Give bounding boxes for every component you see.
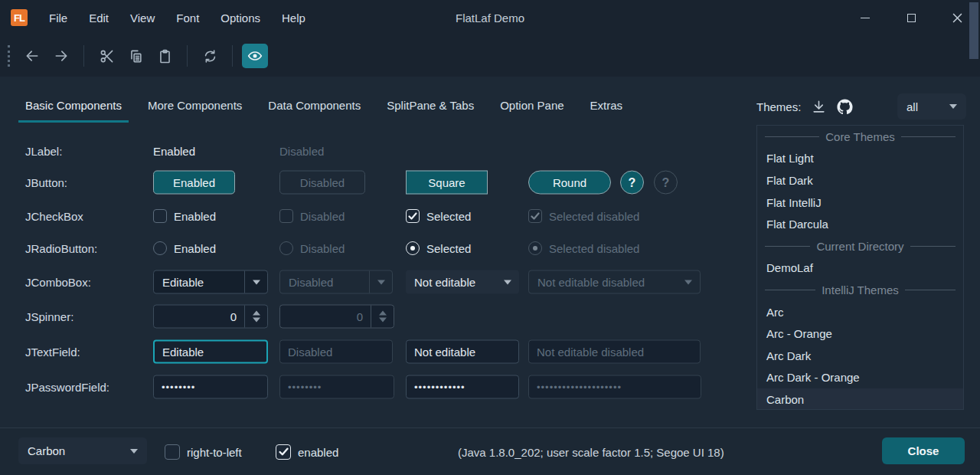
github-link-button[interactable] — [837, 99, 853, 115]
cut-button[interactable] — [93, 44, 119, 68]
forward-button[interactable] — [48, 44, 74, 68]
radio-selected[interactable]: Selected — [406, 241, 471, 255]
chevron-down-icon — [130, 449, 138, 454]
themes-filter-combobox[interactable]: all — [897, 93, 966, 120]
menu-view[interactable]: View — [119, 11, 165, 25]
enabled-checkbox[interactable]: enabled — [276, 428, 338, 475]
theme-item-flat-darcula[interactable]: Flat Darcula — [757, 213, 963, 235]
maximize-button[interactable] — [888, 0, 934, 35]
textfield-editable[interactable] — [153, 340, 268, 364]
theme-item-arc-orange[interactable]: Arc - Orange — [757, 323, 963, 345]
menu-font[interactable]: Font — [165, 11, 210, 25]
tab-data-components[interactable]: Data Components — [261, 99, 368, 123]
themes-list-scrollbar[interactable] — [969, 2, 978, 59]
combobox-not-editable[interactable]: Not editable — [406, 270, 519, 294]
enabled-button[interactable]: Enabled — [153, 171, 235, 195]
checkbox-label: Disabled — [300, 210, 345, 223]
theme-item-flat-dark[interactable]: Flat Dark — [757, 169, 963, 192]
round-button[interactable]: Round — [528, 171, 611, 195]
radio-enabled[interactable]: Enabled — [153, 241, 216, 255]
show-hide-toggle-button[interactable] — [242, 44, 268, 68]
help-button[interactable]: ? — [620, 171, 644, 195]
jtextfield-row: JTextField: — [0, 335, 739, 369]
theme-item-arc-dark-orange[interactable]: Arc Dark - Orange — [757, 367, 963, 389]
themes-list: Core Themes Flat Light Flat Dark Flat In… — [756, 125, 964, 410]
checkbox-checked-icon — [406, 209, 420, 223]
combobox-arrow-button[interactable] — [244, 271, 267, 293]
jpasswordfield-row: JPasswordField: — [0, 370, 739, 404]
maximize-icon — [907, 14, 916, 22]
forward-arrow-icon — [54, 48, 69, 64]
paste-button[interactable] — [152, 44, 178, 68]
menu-edit[interactable]: Edit — [78, 11, 119, 25]
passwordfield-not-editable-disabled — [528, 375, 701, 399]
textfield-not-editable[interactable] — [406, 340, 519, 364]
combobox-value: Disabled — [280, 276, 369, 289]
combobox-arrow-button[interactable] — [496, 270, 519, 294]
status-text: (Java 1.8.0_202; user scale factor 1.5; … — [458, 428, 724, 475]
square-button[interactable]: Square — [406, 171, 488, 195]
checkbox-selected[interactable]: Selected — [406, 209, 471, 223]
chevron-down-icon — [253, 280, 260, 284]
component-tabs: Basic Components More Components Data Co… — [18, 86, 642, 123]
spinner-value-input[interactable] — [154, 306, 244, 328]
themes-filter-value: all — [906, 100, 918, 113]
tab-splitpane-tabs[interactable]: SplitPane & Tabs — [380, 99, 481, 123]
close-button[interactable]: Close — [882, 437, 965, 464]
combobox-arrow-button[interactable] — [121, 449, 147, 454]
right-to-left-label: right-to-left — [187, 446, 242, 459]
menu-help[interactable]: Help — [271, 11, 316, 25]
toolbar — [0, 35, 980, 77]
github-icon — [837, 99, 853, 115]
combobox-value: Editable — [154, 276, 244, 289]
spinner-buttons[interactable] — [244, 306, 267, 328]
spinner-enabled[interactable] — [153, 305, 268, 329]
radio-disabled: Disabled — [279, 241, 345, 255]
jradiobutton-row-label: JRadioButton: — [25, 242, 97, 255]
toolbar-separator — [232, 45, 233, 67]
download-themes-button[interactable] — [812, 100, 826, 114]
toolbar-drag-handle[interactable] — [8, 45, 10, 67]
jtextfield-row-label: JTextField: — [25, 346, 80, 359]
themes-list-separator: IntelliJ Themes — [757, 279, 963, 301]
menu-file[interactable]: File — [38, 11, 78, 25]
tab-more-components[interactable]: More Components — [141, 99, 249, 123]
back-button[interactable] — [19, 44, 45, 68]
theme-item-arc-dark[interactable]: Arc Dark — [757, 345, 963, 367]
spinner-down-icon — [253, 318, 260, 323]
laf-combobox-value: Carbon — [18, 444, 121, 457]
refresh-icon — [203, 49, 217, 64]
look-and-feel-combobox[interactable]: Carbon — [18, 437, 147, 464]
tab-basic-components[interactable]: Basic Components — [18, 99, 129, 123]
spinner-up-icon — [253, 311, 260, 316]
theme-item-flat-light[interactable]: Flat Light — [757, 148, 963, 170]
themes-header: Themes: all — [756, 92, 966, 121]
themes-list-separator: Current Directory — [757, 235, 963, 257]
disabled-button: Disabled — [279, 171, 365, 195]
passwordfield-editable[interactable] — [153, 375, 268, 399]
radio-selected-icon — [528, 241, 542, 255]
theme-item-flat-intellij[interactable]: Flat IntelliJ — [757, 192, 963, 214]
jlabel-row: JLabel: Enabled Disabled — [0, 134, 739, 168]
checkbox-enabled[interactable]: Enabled — [153, 209, 216, 223]
combobox-editable[interactable]: Editable — [153, 270, 268, 294]
theme-item-demolaf[interactable]: DemoLaf — [757, 257, 963, 280]
jlabel-row-label: JLabel: — [25, 145, 62, 158]
textfield-not-editable-disabled — [528, 340, 701, 364]
tab-extras[interactable]: Extras — [583, 99, 630, 123]
copy-button[interactable] — [122, 44, 149, 68]
radio-icon — [279, 241, 293, 255]
menu-options[interactable]: Options — [210, 11, 271, 25]
theme-item-carbon[interactable]: Carbon — [757, 388, 963, 410]
refresh-button[interactable] — [197, 44, 223, 68]
scissors-icon — [100, 49, 114, 64]
passwordfield-disabled — [279, 375, 394, 399]
tab-option-pane[interactable]: Option Pane — [493, 99, 570, 123]
theme-item-arc[interactable]: Arc — [757, 301, 963, 323]
right-to-left-checkbox[interactable]: right-to-left — [165, 428, 242, 475]
checkbox-label: Selected — [426, 210, 471, 223]
spinner-value-input — [280, 306, 371, 328]
jspinner-row: JSpinner: — [0, 300, 739, 333]
passwordfield-not-editable[interactable] — [406, 375, 519, 399]
minimize-button[interactable] — [842, 0, 888, 35]
